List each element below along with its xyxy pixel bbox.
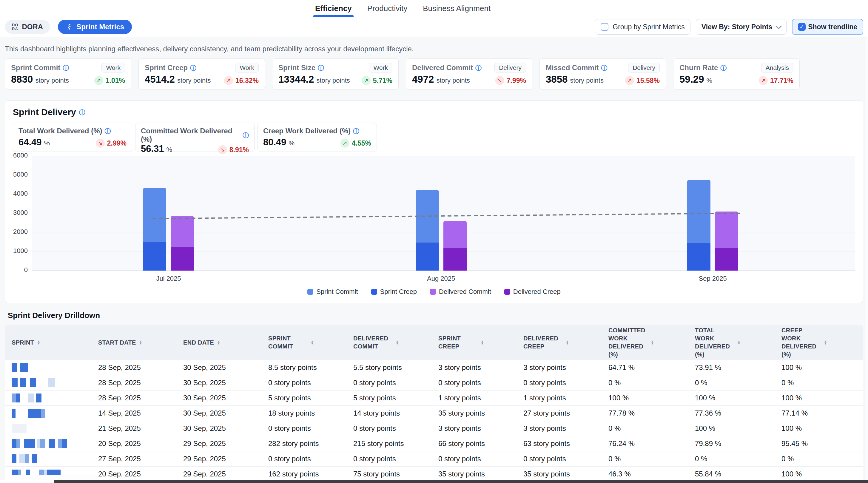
table-row[interactable]: 28 Sep, 202530 Sep, 20258.5 story points… <box>5 360 863 375</box>
sprint-metrics-label: Sprint Metrics <box>76 23 124 31</box>
column-header-end-date[interactable]: END DATE▲▼ <box>177 339 262 347</box>
table-body: 28 Sep, 202530 Sep, 20258.5 story points… <box>5 360 863 482</box>
column-header-committed-work-delivered-%-[interactable]: COMMITTED WORK DELIVERED (%)▲▼ <box>602 326 688 359</box>
info-icon[interactable]: ⓘ <box>720 65 726 71</box>
column-header-creep-work-delivered-%-[interactable]: CREEP WORK DELIVERED (%)▲▼ <box>775 326 861 359</box>
show-trendline-checkbox[interactable]: ✓ <box>798 23 806 31</box>
view-by-dropdown[interactable]: View By: Story Points <box>696 19 786 35</box>
info-icon[interactable]: ⓘ <box>190 65 196 71</box>
kpi-value-group: 4972story points <box>412 74 470 85</box>
redaction-block <box>20 454 25 463</box>
redaction-block <box>34 393 36 402</box>
cell-total-work-delivered: 100 % <box>688 394 775 402</box>
column-header-start-date[interactable]: START DATE▲▼ <box>92 339 177 347</box>
table-row[interactable]: 20 Sep, 202529 Sep, 2025162 story points… <box>5 466 863 482</box>
info-icon[interactable]: ⓘ <box>63 65 69 71</box>
delivered-bar-jul-2025-segment-delivered-commit[interactable] <box>171 216 194 247</box>
committed-bar-aug-2025[interactable] <box>416 190 439 270</box>
sort-icon[interactable]: ▲▼ <box>139 341 142 345</box>
chart-legend: Sprint CommitSprint CreepDelivered Commi… <box>13 288 855 296</box>
sort-icon[interactable]: ▲▼ <box>217 341 220 345</box>
table-row[interactable]: 21 Sep, 202530 Sep, 20250 story points0 … <box>5 421 863 436</box>
cell-delivered-commit: 75 story points <box>347 470 432 478</box>
info-icon[interactable]: ⓘ <box>79 109 85 116</box>
tab-efficiency[interactable]: Efficiency <box>315 0 352 17</box>
kpi-card-sprint-creep[interactable]: Sprint CreepⓘWork4514.2story points↗16.3… <box>138 59 265 90</box>
tab-business-alignment[interactable]: Business Alignment <box>423 0 491 17</box>
kpi-value: 59.29 <box>679 74 704 85</box>
sort-icon[interactable]: ▲▼ <box>311 341 314 345</box>
column-header-delivered-creep[interactable]: DELIVERED CREEP▲▼ <box>517 334 602 351</box>
horizontal-scrollbar-thumb[interactable] <box>54 480 868 483</box>
sort-icon[interactable]: ▲▼ <box>566 341 569 345</box>
sort-icon[interactable]: ▲▼ <box>396 341 399 345</box>
kpi-category-badge: Delivery <box>494 63 526 72</box>
cell-sprint-creep: 0 story points <box>432 455 517 463</box>
committed-bar-sep-2025-segment-sprint-commit[interactable] <box>687 180 710 243</box>
kpi-value-group: 59.29% <box>679 74 712 85</box>
committed-bar-sep-2025-segment-sprint-creep[interactable] <box>687 243 710 270</box>
cell-committed-work-delivered: 76.24 % <box>602 440 688 448</box>
cell-creep-work-delivered: 0 % <box>775 455 861 463</box>
legend-item-delivered-commit[interactable]: Delivered Commit <box>430 288 491 296</box>
kpi-card-missed-commit[interactable]: Missed CommitⓘDelivery3858story points↗1… <box>539 59 666 90</box>
column-header-delivered-commit[interactable]: DELIVERED COMMIT▲▼ <box>347 334 432 351</box>
committed-bar-jul-2025-segment-sprint-creep[interactable] <box>143 242 166 270</box>
column-header-sprint-commit[interactable]: SPRINT COMMIT▲▼ <box>262 334 347 351</box>
tab-productivity[interactable]: Productivity <box>367 0 407 17</box>
show-trendline-toggle[interactable]: ✓ Show trendline <box>792 19 863 35</box>
column-header-sprint-creep[interactable]: SPRINT CREEP▲▼ <box>432 334 517 351</box>
group-by-sprint-metrics-toggle[interactable]: Group by Sprint Metrics <box>595 19 690 35</box>
group-by-checkbox[interactable] <box>601 23 609 31</box>
redaction-block <box>16 393 20 402</box>
delivered-bar-aug-2025-segment-delivered-creep[interactable] <box>443 248 467 270</box>
info-icon[interactable]: ⓘ <box>353 128 359 134</box>
legend-item-sprint-creep[interactable]: Sprint Creep <box>371 288 417 296</box>
committed-bar-aug-2025-segment-sprint-commit[interactable] <box>416 190 439 243</box>
delivered-bar-sep-2025-segment-delivered-commit[interactable] <box>715 212 738 248</box>
delivered-bar-jul-2025-segment-delivered-creep[interactable] <box>171 247 194 270</box>
vertical-scrollbar-gutter[interactable] <box>864 37 868 483</box>
info-icon[interactable]: ⓘ <box>243 132 249 138</box>
kpi-card-delivered-commit[interactable]: Delivered CommitⓘDelivery4972story point… <box>406 59 532 90</box>
table-row[interactable]: 27 Sep, 202529 Sep, 20250 story points0 … <box>5 451 863 466</box>
delivery-subcard[interactable]: Total Work Delivered (%)ⓘ64.49%↘2.99% <box>13 123 132 152</box>
info-icon[interactable]: ⓘ <box>105 128 111 134</box>
committed-bar-sep-2025[interactable] <box>687 180 710 270</box>
committed-bar-aug-2025-segment-sprint-creep[interactable] <box>416 243 439 270</box>
dora-button[interactable]: DORA DORA <box>5 20 50 34</box>
column-header-total-work-delivered-%-[interactable]: TOTAL WORK DELIVERED (%)▲▼ <box>688 326 775 359</box>
sort-icon[interactable]: ▲▼ <box>481 341 484 345</box>
column-header-sprint[interactable]: SPRINT▲▼ <box>5 339 92 347</box>
cell-delivered-commit: 215 story points <box>347 440 432 448</box>
trend-indicator: ↗1.01% <box>94 76 125 85</box>
legend-item-sprint-commit[interactable]: Sprint Commit <box>307 288 358 296</box>
delivered-bar-sep-2025[interactable] <box>715 212 738 270</box>
kpi-card-sprint-commit[interactable]: Sprint CommitⓘWork8830story points↗1.01% <box>5 59 131 90</box>
info-icon[interactable]: ⓘ <box>318 65 324 71</box>
committed-bar-jul-2025-segment-sprint-commit[interactable] <box>143 188 166 242</box>
sprint-metrics-button[interactable]: Sprint Metrics <box>58 20 132 34</box>
redaction-block <box>41 409 45 418</box>
delivered-bar-jul-2025[interactable] <box>171 216 194 270</box>
y-axis-tick-label: 3000 <box>13 209 28 217</box>
kpi-card-churn-rate[interactable]: Churn RateⓘAnalysis59.29%↗17.71% <box>673 59 800 90</box>
table-row[interactable]: 14 Sep, 202530 Sep, 202518 story points1… <box>5 406 863 421</box>
kpi-card-sprint-size[interactable]: Sprint SizeⓘWork13344.2story points↗5.71… <box>272 59 399 90</box>
info-icon[interactable]: ⓘ <box>475 65 482 71</box>
legend-item-delivered-creep[interactable]: Delivered Creep <box>504 288 561 296</box>
sort-icon[interactable]: ▲▼ <box>737 341 741 345</box>
committed-bar-jul-2025[interactable] <box>143 188 166 270</box>
sort-icon[interactable]: ▲▼ <box>37 341 40 345</box>
sort-icon[interactable]: ▲▼ <box>651 341 654 345</box>
delivered-bar-aug-2025-segment-delivered-commit[interactable] <box>443 221 467 248</box>
delivered-bar-aug-2025[interactable] <box>443 221 467 270</box>
info-icon[interactable]: ⓘ <box>601 65 607 71</box>
table-row[interactable]: 20 Sep, 202529 Sep, 2025282 story points… <box>5 436 863 451</box>
delivered-bar-sep-2025-segment-delivered-creep[interactable] <box>715 248 738 270</box>
table-row[interactable]: 28 Sep, 202530 Sep, 20250 story points0 … <box>5 375 863 390</box>
delivery-subcard[interactable]: Creep Work Delivered (%)ⓘ80.49%↗4.55% <box>257 123 377 152</box>
sort-icon[interactable]: ▲▼ <box>824 341 827 345</box>
table-row[interactable]: 28 Sep, 202530 Sep, 20255 story points5 … <box>5 390 863 406</box>
delivery-subcard[interactable]: Committed Work Delivered (%)ⓘ56.31%↘8.91… <box>135 123 254 152</box>
